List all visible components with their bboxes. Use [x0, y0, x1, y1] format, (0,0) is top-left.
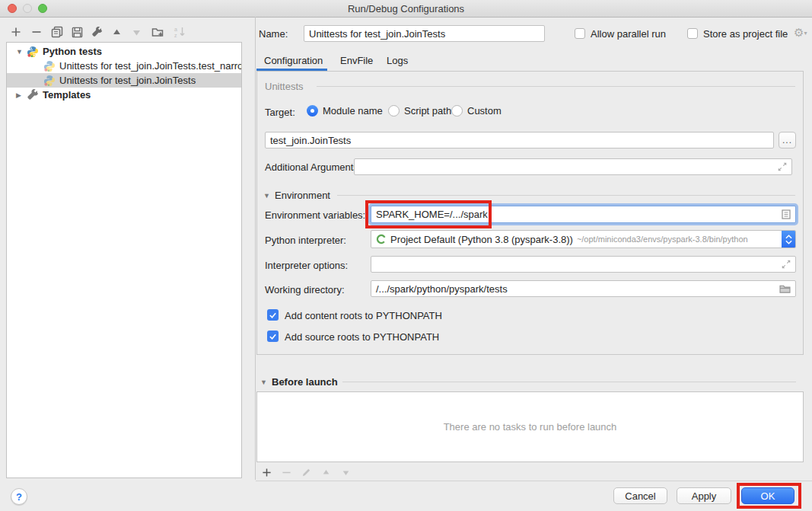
- env-vars-editor-icon[interactable]: [782, 209, 791, 219]
- store-as-project-file-label[interactable]: Store as project file: [703, 28, 788, 40]
- checkmark-icon: [269, 333, 277, 340]
- apply-button[interactable]: Apply: [677, 487, 731, 504]
- environment-section-header[interactable]: Environment: [275, 190, 330, 201]
- environment-collapse-icon[interactable]: ▼: [263, 192, 270, 200]
- tree-item-python-tests[interactable]: ▼ Python tests: [7, 44, 241, 59]
- target-input[interactable]: test_join.JoinTests: [265, 132, 774, 149]
- cancel-button[interactable]: Cancel: [613, 487, 667, 504]
- target-radio-module-name[interactable]: Module name: [307, 105, 383, 117]
- python-test-icon: [43, 75, 56, 87]
- title-bar: Run/Debug Configurations: [0, 0, 812, 18]
- working-directory-input[interactable]: /.../spark/python/pyspark/tests: [371, 280, 796, 297]
- move-task-up-button[interactable]: [320, 466, 332, 478]
- tree-item-label: Python tests: [43, 46, 102, 57]
- additional-arguments-input[interactable]: [354, 158, 792, 175]
- add-source-roots-label[interactable]: Add source roots to PYTHONPATH: [285, 331, 439, 343]
- radio-icon: [388, 105, 400, 117]
- before-launch-rule: [342, 382, 796, 382]
- move-task-down-button[interactable]: [339, 466, 352, 478]
- remove-task-button[interactable]: [280, 466, 292, 478]
- save-icon: [72, 27, 83, 38]
- add-configuration-button[interactable]: [9, 25, 23, 39]
- before-launch-collapse-icon[interactable]: ▼: [260, 378, 267, 386]
- environment-variables-label: Environment variables:: [265, 209, 365, 221]
- sort-configurations-button[interactable]: az: [173, 25, 186, 39]
- python-test-icon: [43, 60, 56, 72]
- before-launch-empty-message: There are no tasks to run before launch: [444, 421, 617, 433]
- move-down-button[interactable]: [129, 25, 143, 39]
- edit-templates-button[interactable]: [90, 25, 103, 39]
- tree-item-label: Unittests for test_join.JoinTests: [59, 75, 196, 86]
- target-radio-script-path[interactable]: Script path: [388, 105, 451, 117]
- expand-icon[interactable]: [778, 162, 787, 171]
- tree-item-label: Unittests for test_join.JoinTests.test_n…: [59, 60, 241, 72]
- copy-configuration-button[interactable]: [50, 25, 64, 39]
- expand-icon[interactable]: [782, 260, 791, 269]
- conda-icon: [376, 234, 387, 244]
- run-debug-configurations-dialog: Run/Debug Configurations az ▼: [0, 0, 812, 511]
- move-down-icon: [342, 468, 350, 477]
- tab-envfile[interactable]: EnvFile: [340, 55, 373, 66]
- tab-logs[interactable]: Logs: [387, 55, 408, 66]
- chevron-right-icon[interactable]: ▶: [16, 91, 27, 99]
- remove-icon: [282, 468, 291, 477]
- group-title-rule: [317, 86, 795, 87]
- allow-parallel-run-label[interactable]: Allow parallel run: [591, 28, 666, 40]
- move-up-icon: [322, 468, 330, 477]
- remove-icon: [31, 27, 42, 37]
- python-interpreter-select[interactable]: Project Default (Python 3.8 (pyspark-3.8…: [371, 230, 796, 248]
- target-label: Target:: [265, 107, 295, 118]
- add-task-button[interactable]: [260, 466, 272, 478]
- environment-section-rule: [337, 195, 795, 196]
- allow-parallel-run-checkbox[interactable]: [575, 28, 585, 39]
- checkmark-icon: [269, 311, 277, 319]
- window-title: Run/Debug Configurations: [0, 3, 812, 14]
- tree-item-test-narrow[interactable]: Unittests for test_join.JoinTests.test_n…: [7, 59, 241, 73]
- wrench-icon: [27, 89, 39, 101]
- wrench-icon: [91, 27, 103, 38]
- move-down-icon: [132, 27, 142, 37]
- stepper-icon[interactable]: [782, 231, 796, 248]
- group-title: Unittests: [265, 81, 304, 92]
- before-launch-list[interactable]: There are no tasks to run before launch: [256, 391, 804, 462]
- new-folder-button[interactable]: [151, 25, 164, 39]
- folder-icon[interactable]: [779, 284, 791, 293]
- chevron-down-icon[interactable]: ▼: [16, 48, 27, 56]
- add-icon: [11, 27, 21, 37]
- settings-gear-icon[interactable]: ⚙▾: [794, 26, 807, 40]
- tab-configuration[interactable]: Configuration: [264, 55, 323, 66]
- add-source-roots-checkbox[interactable]: [267, 331, 279, 342]
- interpreter-options-input[interactable]: [371, 256, 796, 273]
- add-content-roots-label[interactable]: Add content roots to PYTHONPATH: [285, 310, 442, 321]
- edit-task-button[interactable]: [300, 466, 312, 478]
- save-configuration-button[interactable]: [70, 25, 84, 39]
- add-icon: [262, 468, 272, 477]
- additional-arguments-label: Additional Arguments:: [265, 161, 361, 173]
- tree-item-templates[interactable]: ▶ Templates: [7, 88, 241, 102]
- before-launch-section-header[interactable]: Before launch: [272, 376, 338, 388]
- interpreter-options-label: Interpreter options:: [265, 260, 348, 271]
- radio-selected-icon: [307, 105, 318, 117]
- footer-divider: [256, 481, 812, 481]
- ok-button[interactable]: OK: [741, 487, 794, 504]
- move-up-button[interactable]: [110, 25, 123, 39]
- add-content-roots-checkbox[interactable]: [267, 309, 279, 321]
- configurations-tree: ▼ Python tests Unittests for test_join.J…: [6, 42, 242, 478]
- store-as-project-file-checkbox[interactable]: [687, 28, 698, 39]
- svg-text:z: z: [174, 33, 177, 38]
- name-input[interactable]: Unittests for test_join.JoinTests: [304, 25, 545, 42]
- help-button[interactable]: ?: [11, 488, 27, 505]
- python-tests-icon: [27, 46, 39, 58]
- svg-text:a: a: [174, 27, 177, 32]
- browse-button[interactable]: ...: [779, 132, 796, 149]
- target-radio-custom[interactable]: Custom: [451, 105, 502, 117]
- remove-configuration-button[interactable]: [30, 25, 43, 39]
- unittests-group: Unittests Target: Module name Script pat…: [256, 71, 804, 355]
- environment-variables-input[interactable]: SPARK_HOME=/.../spark: [371, 206, 796, 223]
- python-interpreter-label: Python interpreter:: [265, 235, 346, 246]
- tree-item-jointests[interactable]: Unittests for test_join.JoinTests: [7, 73, 241, 88]
- copy-icon: [51, 26, 63, 38]
- panel-divider: [255, 17, 256, 480]
- sort-alphabetically-icon: az: [174, 26, 186, 38]
- move-up-icon: [112, 27, 122, 37]
